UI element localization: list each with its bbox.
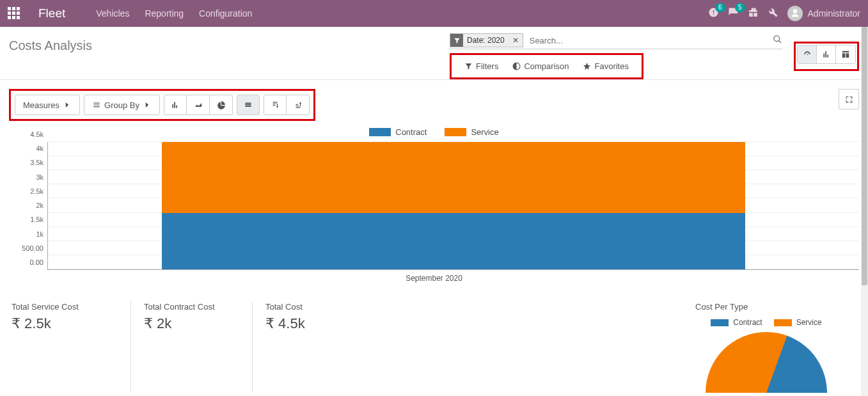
y-tick: 1k [36, 230, 43, 238]
y-tick: 1.5k [30, 216, 43, 223]
swatch-contract [711, 319, 729, 326]
caret-right-icon [143, 100, 152, 109]
swatch-contract [369, 128, 391, 136]
facet-label: Date: 2020 [463, 35, 509, 46]
legend-item-contract[interactable]: Contract [369, 127, 427, 137]
cpt-legend-contract-label: Contract [733, 318, 762, 327]
cost-per-type: Cost Per Type Contract Service [674, 302, 859, 393]
chart-section: Contract Service 0.00500.001k1.5k2k2.5k3… [0, 125, 868, 289]
activity-badge: 6 [715, 3, 725, 12]
card-total: Total Cost ₹ 4.5k [252, 302, 374, 393]
avatar-icon [787, 6, 803, 21]
y-tick: 4k [36, 145, 43, 152]
filters-button[interactable]: Filters [464, 61, 498, 71]
pie-chart [706, 332, 827, 393]
username-label: Administrator [808, 8, 860, 19]
search-options: Filters Comparison Favorites [458, 58, 635, 75]
measures-label: Measures [23, 100, 59, 110]
view-switcher [797, 45, 856, 64]
pie-wrap [674, 332, 859, 393]
view-switch-highlight [794, 42, 859, 71]
bar-chart: 0.00500.001k1.5k2k2.5k3k3.5k4k4.5k [9, 142, 859, 270]
y-tick: 0.00 [30, 258, 43, 266]
chart-legend: Contract Service [9, 125, 859, 142]
search-icon[interactable] [773, 35, 782, 46]
sort-desc-button[interactable] [264, 95, 287, 115]
y-tick: 2.5k [30, 187, 43, 195]
facet-remove-icon[interactable]: ✕ [509, 36, 523, 45]
card-contract-value: ₹ 2k [144, 315, 239, 332]
cpt-legend-contract[interactable]: Contract [711, 318, 762, 327]
page-title: Costs Analysis [9, 33, 92, 53]
y-tick: 500.00 [22, 244, 43, 252]
scrollbar[interactable] [861, 27, 868, 396]
activity-icon[interactable]: 6 [708, 7, 719, 20]
legend-item-service[interactable]: Service [445, 127, 498, 137]
comparison-button[interactable]: Comparison [512, 61, 569, 71]
search-input[interactable] [527, 35, 782, 47]
favorites-button[interactable]: Favorites [583, 61, 628, 71]
top-navbar: Fleet Vehicles Reporting Configuration 6… [0, 0, 868, 27]
caret-right-icon [63, 100, 72, 109]
expand-wrap [839, 89, 859, 121]
line-chart-button[interactable] [187, 95, 210, 115]
measures-button[interactable]: Measures [15, 95, 80, 115]
legend-label-service: Service [471, 127, 498, 137]
list-icon [92, 100, 101, 109]
scrollbar-thumb[interactable] [862, 27, 867, 285]
cpt-legend-service[interactable]: Service [774, 318, 822, 327]
toolbar-highlight: Measures Group By [9, 89, 315, 121]
bar-segment-contract[interactable] [162, 213, 746, 269]
toolbar-row: Measures Group By [0, 80, 868, 125]
view-pivot-button[interactable] [836, 45, 855, 63]
cpt-legend: Contract Service [674, 318, 859, 327]
nav-configuration[interactable]: Configuration [199, 8, 252, 19]
brand[interactable]: Fleet [38, 6, 65, 20]
swatch-service [774, 319, 792, 326]
y-tick: 4.5k [30, 131, 43, 138]
x-axis-label: September 2020 [9, 270, 859, 283]
chat-badge: 5 [735, 3, 745, 12]
nav-right: 6 5 Administrator [708, 6, 860, 21]
cpt-legend-service-label: Service [796, 318, 822, 327]
bar-chart-button[interactable] [164, 95, 187, 115]
pie-chart-button[interactable] [210, 95, 233, 115]
control-row: Costs Analysis Date: 2020 ✕ Filters [0, 27, 868, 80]
plot-area [47, 142, 859, 270]
legend-label-contract: Contract [395, 127, 427, 137]
card-contract-title: Total Contract Cost [144, 302, 239, 312]
metric-cards: Total Service Cost ₹ 2.5k Total Contract… [0, 289, 868, 396]
filter-icon [450, 34, 463, 47]
gift-icon[interactable] [748, 7, 759, 20]
card-service-value: ₹ 2.5k [12, 315, 118, 332]
view-graph-button[interactable] [817, 45, 836, 63]
chat-icon[interactable]: 5 [728, 7, 739, 20]
favorites-label: Favorites [594, 61, 628, 71]
wrench-icon[interactable] [768, 7, 778, 20]
user-menu[interactable]: Administrator [787, 6, 860, 21]
nav-reporting[interactable]: Reporting [145, 8, 184, 19]
groupby-label: Group By [104, 100, 139, 110]
y-tick: 2k [36, 202, 43, 209]
card-total-value: ₹ 4.5k [265, 315, 361, 332]
view-dashboard-button[interactable] [798, 45, 817, 63]
bar-segment-service[interactable] [162, 142, 746, 213]
card-total-title: Total Cost [265, 302, 361, 312]
filters-label: Filters [476, 61, 498, 71]
y-tick: 3k [36, 173, 43, 181]
stacked-button[interactable] [237, 95, 260, 115]
groupby-button[interactable]: Group By [84, 95, 160, 115]
y-axis: 0.00500.001k1.5k2k2.5k3k3.5k4k4.5k [9, 142, 47, 270]
search-area: Date: 2020 ✕ Filters Comparison [450, 33, 782, 79]
nav-items: Vehicles Reporting Configuration [96, 8, 252, 19]
expand-button[interactable] [839, 89, 859, 109]
apps-icon[interactable] [8, 7, 20, 20]
nav-vehicles[interactable]: Vehicles [96, 8, 129, 19]
card-service: Total Service Cost ₹ 2.5k [9, 302, 130, 393]
card-service-title: Total Service Cost [12, 302, 118, 312]
sort-asc-button[interactable] [287, 95, 310, 115]
search-options-highlight: Filters Comparison Favorites [450, 53, 643, 79]
y-tick: 3.5k [30, 159, 43, 166]
card-contract: Total Contract Cost ₹ 2k [130, 302, 252, 393]
search-bar[interactable]: Date: 2020 ✕ [450, 33, 782, 49]
